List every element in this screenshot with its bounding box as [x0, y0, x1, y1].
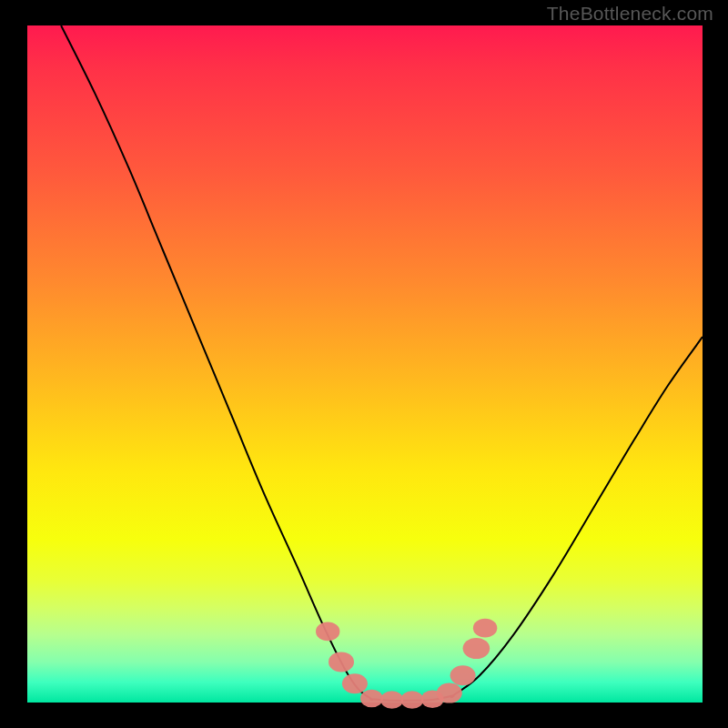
- trough-marker: [437, 683, 462, 703]
- curve-overlay: [0, 0, 728, 728]
- trough-marker: [463, 638, 490, 659]
- trough-marker: [342, 673, 368, 693]
- trough-marker: [380, 691, 403, 709]
- trough-marker: [316, 622, 339, 642]
- chart-frame: TheBottleneck.com: [0, 0, 728, 728]
- trough-marker: [329, 652, 354, 672]
- bottleneck-curve: [61, 25, 703, 701]
- trough-marker: [401, 691, 424, 709]
- trough-marker: [450, 665, 476, 685]
- trough-marker: [473, 619, 497, 638]
- trough-marker: [360, 690, 383, 708]
